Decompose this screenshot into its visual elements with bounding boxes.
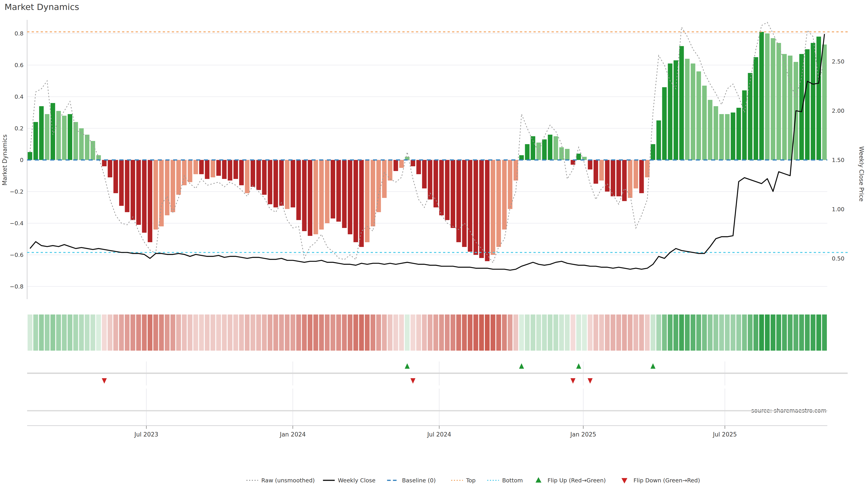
left-tick-label: −0.4 xyxy=(10,220,24,227)
heatmap-cell xyxy=(205,315,210,351)
bar xyxy=(216,160,221,176)
bar xyxy=(262,160,267,195)
x-tick-label: Jul 2025 xyxy=(712,431,737,438)
heatmap-cell xyxy=(388,315,393,351)
heatmap-cell xyxy=(296,315,301,351)
bar xyxy=(256,160,261,190)
bar xyxy=(725,114,730,160)
bar xyxy=(805,49,809,160)
flip-up-marker xyxy=(651,363,655,369)
heatmap-cell xyxy=(56,315,61,351)
bar xyxy=(759,32,764,160)
bar xyxy=(662,87,666,160)
heatmap-cell xyxy=(130,315,135,351)
bar xyxy=(645,160,649,177)
bar xyxy=(702,86,707,160)
legend-label: Weekly Close xyxy=(338,477,375,484)
bar xyxy=(525,144,529,160)
heatmap-cell xyxy=(245,315,250,351)
heatmap-cell xyxy=(353,315,358,351)
heatmap-cell xyxy=(113,315,118,351)
heatmap-cell xyxy=(193,315,198,351)
bar xyxy=(816,37,821,160)
bar xyxy=(633,160,638,188)
bar xyxy=(33,122,38,160)
heatmap-cell xyxy=(119,315,124,351)
legend-label: Flip Up (Red→Green) xyxy=(548,477,606,484)
bar xyxy=(239,160,244,185)
heatmap-cell xyxy=(211,315,215,351)
left-tick-label: −0.2 xyxy=(10,188,24,195)
gridlines xyxy=(27,20,827,426)
bar xyxy=(331,160,335,219)
heatmap-cell xyxy=(188,315,192,351)
legend-glyph-triangle-up xyxy=(535,477,541,483)
bar xyxy=(336,160,341,222)
bar xyxy=(268,160,272,204)
heatmap-cell xyxy=(348,315,352,351)
heatmap-cell xyxy=(782,315,787,351)
legend-item: Raw (unsmoothed) xyxy=(246,477,315,484)
bar xyxy=(776,43,781,160)
heatmap-cell xyxy=(513,315,518,351)
bar xyxy=(519,155,524,160)
heatmap-cell xyxy=(45,315,50,351)
heatmap-cell xyxy=(611,315,615,351)
heatmap-cell xyxy=(176,315,181,351)
bar xyxy=(319,160,324,230)
bar xyxy=(491,160,495,255)
heatmap-cell xyxy=(696,315,701,351)
heatmap-cell xyxy=(51,315,55,351)
bar xyxy=(411,160,415,166)
heatmap-cell xyxy=(90,315,95,351)
heatmap-cell xyxy=(496,315,501,351)
bar xyxy=(188,160,192,182)
bar xyxy=(765,33,770,160)
bar xyxy=(279,160,284,206)
heatmap-cell xyxy=(302,315,307,351)
heatmap-cell xyxy=(765,315,770,351)
bar xyxy=(611,160,615,196)
bar xyxy=(588,160,592,169)
bar xyxy=(737,108,741,160)
heatmap-cell xyxy=(308,315,312,351)
heatmap-cell xyxy=(216,315,221,351)
bar xyxy=(679,46,684,160)
flip-down-marker xyxy=(588,378,593,384)
bar xyxy=(565,149,569,160)
heatmap-cell xyxy=(451,315,455,351)
bar xyxy=(91,141,95,160)
heatmap-cell xyxy=(525,315,530,351)
heatmap-cell xyxy=(633,315,638,351)
bar xyxy=(68,114,72,160)
heatmap-cell xyxy=(805,315,810,351)
heatmap-cell xyxy=(530,315,535,351)
heatmap-cell xyxy=(519,315,524,351)
heatmap-cell xyxy=(719,315,724,351)
bar xyxy=(159,160,164,226)
heatmap-cell xyxy=(753,315,758,351)
heatmap-cell xyxy=(502,315,507,351)
heatmap-cell xyxy=(628,315,632,351)
x-tick-label: Jan 2024 xyxy=(279,431,306,438)
heatmap-cell xyxy=(736,315,741,351)
heatmap-cell xyxy=(456,315,461,351)
bar xyxy=(788,56,793,160)
bar xyxy=(153,160,158,230)
heatmap-cell xyxy=(822,315,827,351)
bar xyxy=(731,112,735,160)
bar xyxy=(108,160,112,177)
heatmap-cell xyxy=(645,315,650,351)
bar xyxy=(302,160,307,231)
heatmap-cell xyxy=(159,315,164,351)
bar xyxy=(439,160,444,215)
heatmap-cell xyxy=(508,315,513,351)
bar xyxy=(782,54,786,160)
heatmap-cell xyxy=(62,315,67,351)
bar xyxy=(296,160,301,220)
bar xyxy=(754,57,758,160)
legend-label: Baseline (0) xyxy=(402,477,436,484)
heatmap-cell xyxy=(365,315,370,351)
left-axis-label: Market Dynamics xyxy=(1,134,8,186)
left-tick-label: 0.2 xyxy=(14,125,24,132)
